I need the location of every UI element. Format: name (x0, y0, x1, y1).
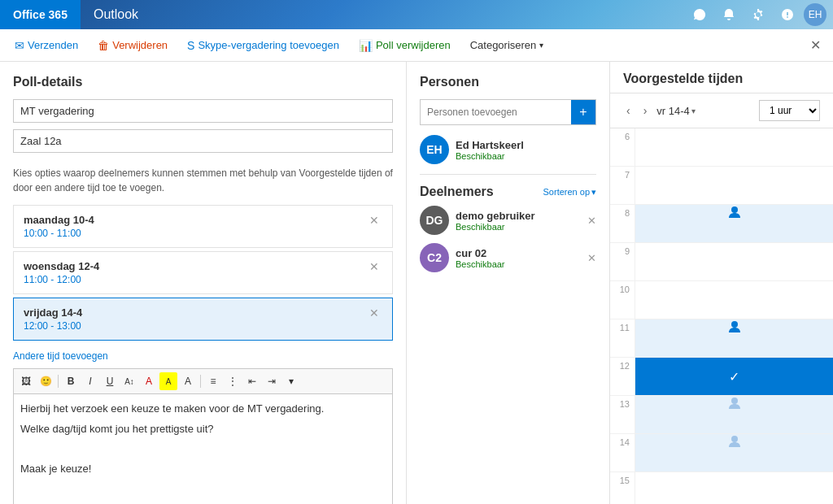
hour-slot-11[interactable] (635, 319, 833, 357)
delete-icon: 🗑 (98, 39, 109, 52)
poll-button[interactable]: 📊 Poll verwijderen (351, 36, 459, 55)
section-divider (420, 174, 596, 175)
hour-label-10: 10 (610, 281, 635, 294)
slot-time-0: 10:00 - 11:00 (24, 228, 94, 239)
font-size-tool[interactable]: A↕ (120, 372, 138, 390)
sort-button[interactable]: Sorteren op ▾ (543, 187, 596, 198)
slot-close-0[interactable]: ✕ (366, 214, 382, 227)
hour-slot-15[interactable] (635, 472, 833, 504)
toolbar-divider2 (200, 375, 201, 388)
slot-day-1: woensdag 12-4 (24, 260, 99, 272)
send-button[interactable]: ✉ Verzenden (7, 36, 86, 55)
nav-date-caret-icon: ▾ (691, 106, 696, 115)
person-available-icon-11 (635, 319, 833, 334)
slot-close-2[interactable]: ✕ (366, 306, 382, 319)
hour-label-9: 9 (610, 243, 635, 256)
insert-image-tool[interactable]: 🖼 (17, 372, 35, 390)
participant-row-0: DG demo gebruiker Beschikbaar ✕ (420, 206, 596, 235)
sort-caret-icon: ▾ (591, 187, 596, 198)
organizer-entry: EH Ed Hartskeerl Beschikbaar (420, 135, 596, 164)
time-slot-2[interactable]: vrijdag 14-4 12:00 - 13:00 ✕ (13, 298, 393, 341)
app-title: Outlook (81, 7, 151, 22)
hour-row-9: 9 (610, 243, 833, 281)
decrease-indent-tool[interactable]: ⇤ (243, 372, 261, 390)
underline-tool[interactable]: U (101, 372, 119, 390)
bell-icon[interactable] (716, 2, 742, 28)
user-avatar[interactable]: EH (804, 3, 826, 26)
emoji-tool[interactable]: 🙂 (37, 372, 55, 390)
hour-row-8: 8 (610, 205, 833, 243)
person-available-icon-13 (635, 396, 833, 411)
hour-row-7: 7 (610, 167, 833, 205)
send-icon: ✉ (15, 39, 24, 52)
hour-slot-7[interactable] (635, 167, 833, 204)
hour-slot-10[interactable] (635, 281, 833, 319)
right-header: Voorgestelde tijden (610, 62, 833, 93)
participant-status-0: Beschikbaar (456, 222, 535, 232)
description-text: Kies opties waarop deelnemers kunnen ste… (13, 166, 393, 195)
slot-day-2: vrijdag 14-4 (24, 306, 82, 319)
skype-meeting-icon: S (187, 39, 194, 52)
numbered-list-tool[interactable]: ⋮ (224, 372, 242, 390)
duration-select[interactable]: 1 uur 30 min 2 uur (759, 100, 820, 121)
participants-header: Deelnemers Sorteren op ▾ (420, 185, 596, 199)
participant-remove-0[interactable]: ✕ (587, 215, 596, 227)
hour-row-14: 14 (610, 434, 833, 472)
hour-slot-12[interactable]: ✓ (635, 358, 833, 395)
help-icon[interactable] (774, 2, 800, 28)
hour-row-11: 11 (610, 319, 833, 358)
next-date-button[interactable]: › (640, 102, 651, 119)
close-button[interactable]: ✕ (804, 34, 826, 57)
participant-avatar-0: DG (420, 206, 449, 235)
font-color-tool[interactable]: A (140, 372, 158, 390)
time-slot-1[interactable]: woensdag 12-4 11:00 - 12:00 ✕ (13, 251, 393, 294)
participant-avatar-1: C2 (420, 243, 449, 272)
delete-button[interactable]: 🗑 Verwijderen (89, 36, 176, 55)
hour-slot-6[interactable] (635, 128, 833, 166)
participants-title: Deelnemers (420, 185, 494, 199)
participant-name-0: demo gebruiker (456, 210, 535, 222)
more-tools[interactable]: ▾ (282, 372, 300, 390)
person-available-icon-14 (635, 434, 833, 449)
organizer-name: Ed Hartskeerl (456, 139, 524, 151)
highlight-tool[interactable]: A (159, 372, 177, 390)
location-input[interactable] (13, 129, 393, 153)
bullet-list-tool[interactable]: ≡ (204, 372, 222, 390)
editor-area[interactable]: Hierbij het verzoek een keuze te maken v… (13, 393, 393, 504)
right-panel: Voorgestelde tijden ‹ › vr 14-4 ▾ 1 uur … (610, 62, 833, 504)
text-color-tool[interactable]: A (179, 372, 197, 390)
middle-panel: Personen + EH Ed Hartskeerl Beschikbaar … (407, 62, 610, 504)
editor-line-5 (20, 481, 386, 498)
right-panel-title: Voorgestelde tijden (623, 72, 743, 86)
skype-meeting-button[interactable]: S Skype-vergadering toevoegen (179, 36, 347, 55)
prev-date-button[interactable]: ‹ (623, 102, 634, 119)
hour-slot-14[interactable] (635, 434, 833, 471)
hour-slot-8[interactable] (635, 205, 833, 242)
hour-slot-9[interactable] (635, 243, 833, 280)
persons-add-button[interactable]: + (571, 100, 595, 124)
person-add-row: + (420, 99, 596, 125)
office-label: Office 365 (13, 8, 68, 21)
add-time-link[interactable]: Andere tijd toevoegen (13, 350, 108, 362)
meeting-title-input[interactable] (13, 99, 393, 123)
italic-tool[interactable]: I (81, 372, 99, 390)
categorize-button[interactable]: Categoriseren ▾ (462, 36, 552, 54)
persons-input[interactable] (421, 102, 571, 123)
gear-icon[interactable] (745, 2, 771, 28)
hour-label-14: 14 (610, 434, 635, 447)
bold-tool[interactable]: B (62, 372, 80, 390)
editor-line-2: Welke dag/tijd komt jou het prettigste u… (20, 421, 386, 438)
time-slot-0[interactable]: maandag 10-4 10:00 - 11:00 ✕ (13, 205, 393, 248)
hour-label-6: 6 (610, 128, 635, 141)
participant-remove-1[interactable]: ✕ (587, 252, 596, 264)
hour-slot-13[interactable] (635, 396, 833, 433)
skype-icon[interactable] (687, 2, 713, 28)
organizer-status: Beschikbaar (456, 151, 524, 161)
increase-indent-tool[interactable]: ⇥ (263, 372, 281, 390)
checkmark-icon: ✓ (729, 369, 739, 385)
hour-row-12: 12 ✓ (610, 358, 833, 396)
slot-close-1[interactable]: ✕ (366, 260, 382, 273)
editor-toolbar: 🖼 🙂 B I U A↕ A A A ≡ ⋮ ⇤ ⇥ ▾ (13, 368, 393, 393)
slot-day-0: maandag 10-4 (24, 214, 94, 226)
editor-line-4: Maak je keuze! (20, 461, 386, 478)
